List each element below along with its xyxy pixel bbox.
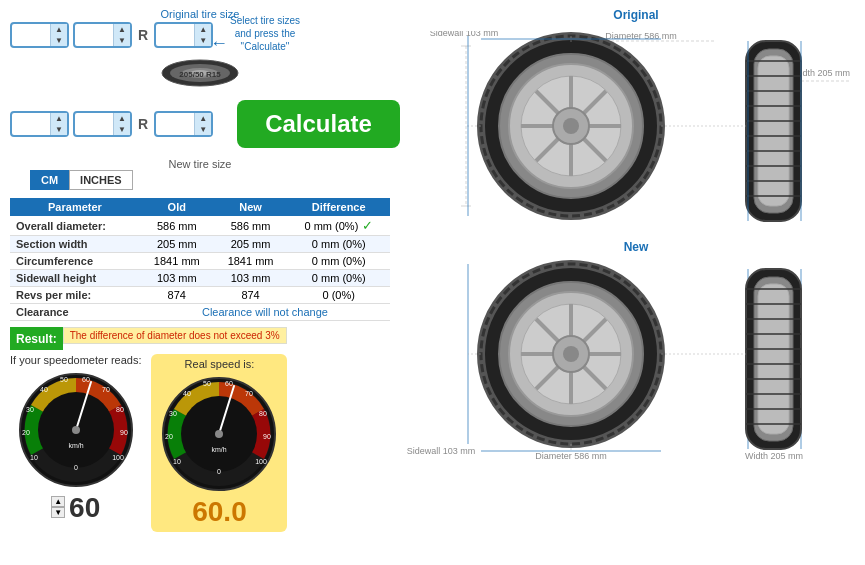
new-cell: 205 mm (214, 236, 288, 253)
unit-toggle: CM INCHES (30, 170, 390, 190)
original-width-up[interactable]: ▲ (51, 24, 67, 35)
new-width-down[interactable]: ▼ (51, 124, 67, 135)
speedo-stepper[interactable]: ▲ ▼ (51, 496, 65, 518)
new-aspect-down[interactable]: ▼ (114, 124, 130, 135)
speedo-down[interactable]: ▼ (51, 507, 65, 518)
new-cell: 103 mm (214, 270, 288, 287)
speedo-input-value: 60 (69, 492, 100, 524)
original-width-input[interactable]: 205 (12, 26, 50, 44)
svg-text:10: 10 (30, 454, 38, 461)
original-rim-up[interactable]: ▲ (195, 24, 211, 35)
svg-text:40: 40 (184, 390, 192, 397)
left-speedometer: 0 10 20 30 40 50 60 70 80 90 100 km/h (16, 370, 136, 490)
new-tire-svg: Sidewall 103 mm Diameter 586 mm Width 20… (406, 259, 865, 459)
new-aspect-up[interactable]: ▲ (114, 113, 130, 124)
result-label: Result: (16, 332, 57, 346)
right-speedo-block: Real speed is: 0 10 20 30 40 50 60 (151, 354, 287, 532)
table-row: Sidewall height103 mm103 mm0 mm (0%) (10, 270, 390, 287)
svg-text:205/50 R15: 205/50 R15 (179, 70, 221, 79)
table-row: Revs per mile:8748740 (0%) (10, 287, 390, 304)
svg-text:Sidewall 103 mm: Sidewall 103 mm (407, 446, 476, 456)
svg-text:60: 60 (82, 376, 90, 383)
svg-text:50: 50 (204, 380, 212, 387)
cm-button[interactable]: CM (30, 170, 69, 190)
speedo-real-label: Real speed is: (185, 358, 255, 370)
original-aspect-down[interactable]: ▼ (114, 35, 130, 46)
svg-text:30: 30 (170, 410, 178, 417)
original-rim-down[interactable]: ▼ (195, 35, 211, 46)
new-aspect-input[interactable]: 50 (75, 115, 113, 133)
col-old: Old (140, 198, 214, 216)
original-aspect-up[interactable]: ▲ (114, 24, 130, 35)
svg-text:100: 100 (112, 454, 124, 461)
old-cell: 586 mm (140, 216, 214, 236)
calculate-button[interactable]: Calculate (237, 100, 400, 148)
param-cell: Overall diameter: (10, 216, 140, 236)
new-rim-input[interactable]: 15 (156, 115, 194, 133)
new-rim-up[interactable]: ▲ (195, 113, 211, 124)
original-tire-row: 205 ▲ ▼ 50 ▲ ▼ R 15 ▲ ▼ (10, 22, 213, 48)
original-rim-spinner[interactable]: 15 ▲ ▼ (154, 22, 213, 48)
speedo-input-row: ▲ ▼ 60 (51, 490, 100, 524)
params-table: Parameter Old New Difference Overall dia… (10, 198, 390, 321)
table-row: Overall diameter:586 mm586 mm0 mm (0%) ✓ (10, 216, 390, 236)
result-section: Result: The difference of diameter does … (10, 327, 390, 350)
new-cell: 1841 mm (214, 253, 288, 270)
table-row: Section width205 mm205 mm0 mm (0%) (10, 236, 390, 253)
clearance-param: Clearance (10, 304, 140, 321)
speedo-reads-label: If your speedometer reads: (10, 354, 141, 366)
new-width-spinner[interactable]: 205 ▲ ▼ (10, 111, 69, 137)
original-width-spinner[interactable]: 205 ▲ ▼ (10, 22, 69, 48)
col-difference: Difference (287, 198, 390, 216)
col-new: New (214, 198, 288, 216)
svg-point-61 (563, 118, 579, 134)
old-cell: 205 mm (140, 236, 214, 253)
new-width-input[interactable]: 205 (12, 115, 50, 133)
original-width-down[interactable]: ▼ (51, 35, 67, 46)
check-icon: ✓ (358, 218, 373, 233)
svg-text:90: 90 (120, 429, 128, 436)
new-rim-spinner[interactable]: 15 ▲ ▼ (154, 111, 213, 137)
svg-text:50: 50 (60, 376, 68, 383)
new-tire-label: New tire size (10, 158, 390, 170)
svg-text:10: 10 (174, 458, 182, 465)
svg-point-104 (563, 346, 579, 362)
speedo-up[interactable]: ▲ (51, 496, 65, 507)
inches-button[interactable]: INCHES (69, 170, 133, 190)
r-label-original: R (138, 27, 148, 43)
tire-icon-row: 205/50 R15 (10, 58, 390, 88)
original-tire-svg: Sidewall 103 mm Diameter 586 mm Width 20… (406, 31, 865, 231)
svg-text:km/h: km/h (68, 442, 83, 449)
svg-text:20: 20 (166, 433, 174, 440)
svg-text:40: 40 (40, 386, 48, 393)
param-cell: Circumference (10, 253, 140, 270)
original-diagram-title: Original (613, 8, 658, 22)
new-width-up[interactable]: ▲ (51, 113, 67, 124)
svg-rect-65 (758, 56, 789, 206)
svg-text:100: 100 (256, 458, 268, 465)
svg-text:Diameter 586 mm: Diameter 586 mm (535, 451, 607, 459)
result-bar: Result: (10, 327, 63, 350)
svg-text:80: 80 (116, 406, 124, 413)
left-panel: Original tire size 205 ▲ ▼ 50 ▲ ▼ R (0, 0, 400, 565)
svg-text:Sidewall 103 mm: Sidewall 103 mm (430, 31, 499, 38)
original-rim-input[interactable]: 15 (156, 26, 194, 44)
diff-cell: 0 mm (0%) (287, 236, 390, 253)
original-aspect-input[interactable]: 50 (75, 26, 113, 44)
param-cell: Sidewall height (10, 270, 140, 287)
original-aspect-spinner[interactable]: 50 ▲ ▼ (73, 22, 132, 48)
left-speedo-block: If your speedometer reads: 0 10 2 (10, 354, 141, 524)
svg-text:70: 70 (102, 386, 110, 393)
clearance-value: Clearance will not change (140, 304, 390, 321)
new-aspect-spinner[interactable]: 50 ▲ ▼ (73, 111, 132, 137)
svg-text:Width 205 mm: Width 205 mm (745, 451, 803, 459)
original-tire-label: Original tire size (10, 8, 390, 20)
svg-text:20: 20 (22, 429, 30, 436)
speedo-output-value: 60.0 (192, 496, 247, 528)
svg-text:80: 80 (260, 410, 268, 417)
svg-text:60: 60 (226, 380, 234, 387)
new-tire-row: 205 ▲ ▼ 50 ▲ ▼ R 15 ▲ ▼ Calculate (10, 92, 390, 156)
result-message: The difference of diameter does not exce… (63, 327, 287, 344)
new-rim-down[interactable]: ▼ (195, 124, 211, 135)
param-cell: Section width (10, 236, 140, 253)
